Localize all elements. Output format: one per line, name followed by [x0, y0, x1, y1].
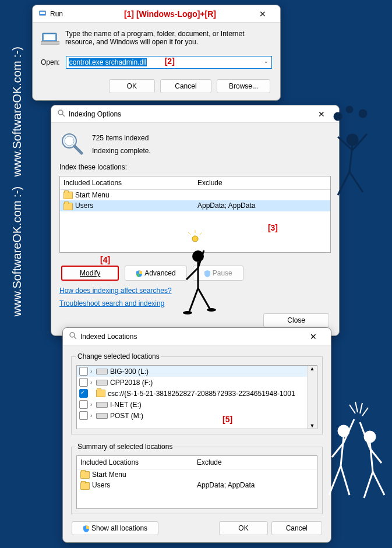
annotation-5: [5]	[223, 415, 232, 424]
indexing-dialog: Indexing Options ✕ 725 items indexed Ind…	[51, 105, 340, 336]
ok-button[interactable]: OK	[219, 521, 267, 535]
open-value: control.exe srchadmin.dll	[69, 58, 147, 66]
svg-line-31	[370, 442, 373, 472]
checkbox[interactable]	[79, 378, 88, 387]
browse-button[interactable]: Browse...	[217, 79, 270, 93]
col-exclude: Exclude	[197, 458, 222, 466]
svg-rect-1	[40, 12, 45, 14]
row-exclude: AppData; AppData	[197, 201, 255, 210]
svg-line-43	[352, 134, 367, 150]
row-name: Users	[92, 481, 110, 489]
advanced-button[interactable]: Advanced	[125, 266, 186, 281]
run-description: Type the name of a program, folder, docu…	[65, 30, 272, 48]
item-label: BIG-300 (L:)	[110, 367, 149, 376]
row-exclude: AppData; AppData	[197, 481, 255, 489]
search-icon	[57, 109, 65, 119]
table-row[interactable]: Users AppData; AppData	[60, 200, 330, 211]
row-name: Start Menu	[92, 471, 126, 479]
list-item[interactable]: ›CPP2018 (F:)	[77, 377, 317, 388]
row-name: Users	[75, 201, 93, 210]
folder-icon	[80, 482, 90, 490]
chevron-right-icon[interactable]: ›	[90, 379, 95, 386]
chevron-down-icon[interactable]: ⌄	[264, 58, 269, 64]
checkbox[interactable]	[79, 389, 88, 398]
scrollbar[interactable]: ▲ ▼	[307, 366, 317, 429]
locations-label: Index these locations:	[59, 163, 331, 171]
col-included: Included Locations	[80, 458, 197, 466]
ok-button[interactable]: OK	[109, 79, 155, 93]
close-button[interactable]: Close	[263, 313, 329, 327]
svg-line-37	[355, 402, 358, 412]
modify-button[interactable]: Modify	[61, 266, 119, 281]
chevron-right-icon[interactable]: ›	[90, 368, 95, 374]
pause-button: Pause	[193, 266, 243, 281]
svg-line-11	[74, 337, 76, 339]
indexed-locations-dialog: Indexed Locations ✕ Change selected loca…	[62, 327, 331, 543]
annotation-2: [2]	[165, 56, 175, 66]
list-item[interactable]: ›BIG-300 (L:)	[77, 366, 317, 377]
run-title: Run	[50, 10, 124, 18]
close-icon[interactable]: ✕	[310, 109, 333, 119]
folder-icon	[80, 471, 90, 479]
svg-line-44	[338, 172, 349, 195]
svg-line-6	[62, 114, 65, 116]
side-watermark-2: www.SoftwareOK.com :-)	[10, 47, 24, 176]
svg-point-40	[347, 135, 358, 145]
drive-icon	[96, 402, 108, 408]
table-row[interactable]: Start Menu	[77, 469, 317, 480]
close-icon[interactable]: ✕	[251, 9, 274, 19]
svg-line-29	[341, 466, 349, 495]
chevron-right-icon[interactable]: ›	[90, 401, 95, 408]
table-row[interactable]: Users AppData; AppData	[77, 480, 317, 490]
help-link-2[interactable]: Troubleshoot search and indexing	[59, 299, 164, 307]
svg-rect-4	[41, 41, 59, 44]
checkbox[interactable]	[79, 411, 88, 420]
svg-line-27	[344, 419, 354, 443]
table-row[interactable]: Start Menu	[60, 190, 330, 200]
annotation-4: [4]	[100, 255, 110, 264]
svg-line-34	[364, 472, 373, 498]
col-included: Included Locations	[63, 179, 197, 187]
svg-line-39	[362, 408, 368, 416]
chevron-right-icon[interactable]: ›	[90, 412, 95, 419]
svg-point-5	[58, 110, 63, 115]
drive-icon	[96, 413, 108, 419]
svg-point-30	[365, 432, 375, 442]
side-watermark-1: www.SoftwareOK.com :-)	[10, 186, 24, 316]
svg-line-41	[349, 145, 352, 172]
item-label: POST (M:)	[110, 412, 143, 420]
items-indexed: 725 items indexed	[92, 134, 151, 142]
show-all-button[interactable]: Show all locations	[72, 521, 158, 535]
svg-line-42	[338, 137, 352, 150]
svg-line-45	[349, 172, 363, 192]
checkbox[interactable]	[79, 400, 88, 409]
svg-rect-3	[44, 34, 55, 40]
svg-line-33	[370, 448, 382, 463]
list-item[interactable]: ›I-NET (E:)	[77, 399, 317, 410]
folder-icon	[63, 203, 73, 210]
folder-icon	[63, 192, 73, 199]
svg-point-47	[347, 107, 352, 112]
cancel-button[interactable]: Cancel	[271, 521, 322, 535]
list-item[interactable]: ›POST (M:)	[77, 410, 317, 421]
drive-icon	[96, 369, 108, 374]
drive-icon	[96, 380, 108, 386]
annotation-3: [3]	[268, 223, 278, 232]
cancel-button[interactable]: Cancel	[160, 79, 211, 93]
svg-point-10	[70, 333, 75, 337]
svg-line-35	[373, 472, 384, 495]
search-icon	[69, 331, 77, 341]
shield-icon	[136, 270, 143, 277]
help-link-1[interactable]: How does indexing affect searches?	[59, 287, 172, 295]
item-label: CPP2018 (F:)	[110, 379, 153, 387]
list-item[interactable]: ›csc://{S-1-5-21-3818252827-2088572933-2…	[77, 388, 317, 399]
annotation-1: [1] [Windows-Logo]+[R]	[124, 9, 216, 19]
svg-line-25	[341, 436, 344, 466]
indexed-locations-title: Indexed Locations	[80, 333, 302, 341]
item-label: I-NET (E:)	[110, 401, 142, 409]
run-icon	[38, 9, 47, 19]
checkbox[interactable]	[79, 367, 88, 376]
svg-point-8	[65, 136, 74, 146]
close-icon[interactable]: ✕	[302, 332, 325, 341]
change-locations-label: Change selected locations	[76, 352, 161, 360]
